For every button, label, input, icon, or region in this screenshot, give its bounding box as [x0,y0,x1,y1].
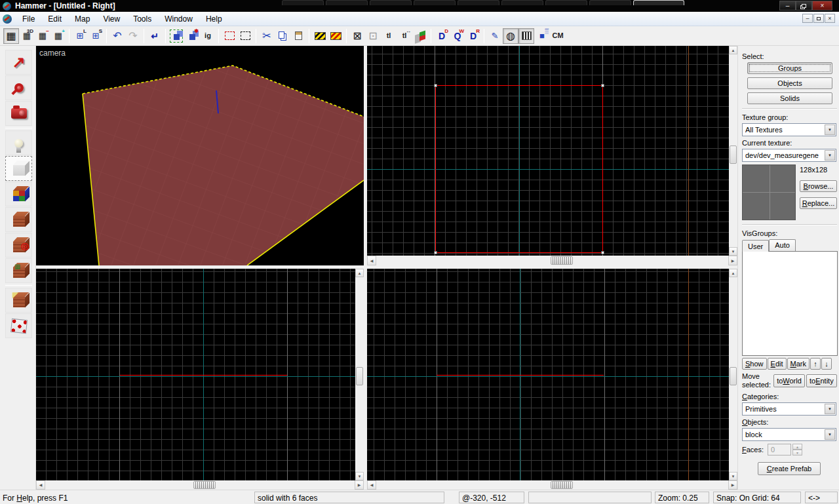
mark-button[interactable]: Mark [787,358,810,370]
vertical-scrollbar[interactable]: ▲ ▼ [729,46,737,256]
tab-auto[interactable]: Auto [769,239,796,251]
apply-texture-tool-button[interactable] [5,207,32,232]
horizontal-scrollbar[interactable]: ◀ ▶ [367,480,737,490]
toggle-models-button[interactable]: ◍ [503,28,518,44]
model-fade-button[interactable]: ■ ▒ [534,28,550,44]
move-down-button[interactable]: ↓ [821,358,832,370]
scroll-down-button[interactable]: ▼ [355,472,364,480]
toggle-grid-button[interactable]: ▦ [3,28,19,44]
hide-selected-button[interactable] [222,28,237,44]
ignore-groups-button[interactable]: ig [200,28,216,44]
objects-combobox[interactable]: block ▼ [742,428,836,441]
texture-group-combobox[interactable]: All Textures ▼ [742,123,836,136]
vertical-scrollbar[interactable]: ▲ ▼ [729,269,737,480]
horizontal-scrollbar[interactable]: ◀ ▶ [367,256,737,265]
visgroups-list[interactable] [742,251,838,356]
current-texture-combobox[interactable]: dev/dev_measuregene ▼ [742,149,836,162]
undo-button[interactable]: ↶ [109,28,125,44]
faces-spin-down-button[interactable]: ▼ [792,450,802,456]
to-entity-button[interactable]: toEntity [806,374,837,387]
cm-button[interactable]: CM [550,28,566,44]
load-window-state-button[interactable]: ⊞ L [72,28,88,44]
qw-toggle-button[interactable]: Q W [450,28,465,44]
scroll-right-button[interactable]: ▶ [728,256,737,265]
menu-tools[interactable]: Tools [127,12,158,26]
camera-tool-button[interactable] [5,101,32,126]
chevron-down-icon[interactable]: ▼ [825,150,835,161]
texture-lock-button[interactable]: tl [381,28,397,44]
minimize-button[interactable]: – [779,1,796,10]
grid-2d-front[interactable] [36,269,355,480]
vertex-tool-button[interactable] [5,313,32,338]
horizontal-scrollbar[interactable]: ◀ ▶ [36,480,364,490]
categories-combobox[interactable]: Primitives ▼ [742,402,836,416]
chevron-down-icon[interactable]: ▼ [825,125,835,135]
toggle-cordon-button[interactable] [328,28,343,44]
mdi-close-button[interactable]: × [825,14,835,23]
show-button[interactable]: Show [742,358,767,370]
viewport-2d-front[interactable]: ▲ ▼ ◀ ▶ [36,269,364,490]
restore-button[interactable] [796,1,812,10]
save-window-state-button[interactable]: ⊞ S [88,28,104,44]
create-prefab-button[interactable]: Create Prefab [758,462,821,475]
toggle-3d-grid-button[interactable]: ▦ 3D [19,28,35,44]
select-touching-button[interactable]: ⊠ [349,28,365,44]
menu-file[interactable]: File [16,12,41,26]
entity-tool-button[interactable] [5,130,32,155]
scroll-down-button[interactable]: ▼ [729,247,737,256]
select-objects-button[interactable]: Objects [747,77,832,89]
menu-help[interactable]: Help [199,12,229,26]
scroll-up-button[interactable]: ▲ [729,269,737,277]
block-tool-button[interactable] [5,156,32,181]
select-solids-button[interactable]: Solids [747,92,832,104]
viewport-2d-top[interactable]: ▲ ▼ ◀ ▶ [367,46,737,265]
smaller-grid-button[interactable]: ▦ − [35,28,50,44]
scroll-thumb[interactable] [193,481,216,489]
selected-brush-outline[interactable] [435,85,603,253]
go-to-brush-button[interactable]: ↵ [147,28,163,44]
resize-handle[interactable] [434,251,437,254]
menu-window[interactable]: Window [158,12,199,26]
tab-user[interactable]: User [742,240,769,252]
scroll-down-button[interactable]: ▼ [729,472,737,480]
larger-grid-button[interactable]: ▦ + [50,28,66,44]
menu-map[interactable]: Map [68,12,96,26]
displacement-mask-button[interactable] [518,28,534,44]
browse-button[interactable]: Browse... [800,180,837,192]
chevron-down-icon[interactable]: ▼ [825,404,835,414]
chevron-down-icon[interactable]: ▼ [825,429,835,440]
edit-button[interactable]: Edit [768,358,787,370]
scroll-thumb[interactable] [730,367,737,385]
grid-2d-top[interactable] [367,46,729,256]
scroll-up-button[interactable]: ▲ [729,46,737,54]
selected-brush-edge[interactable] [437,375,604,376]
scroll-left-button[interactable]: ◀ [367,480,376,490]
vertical-scrollbar[interactable]: ▲ ▼ [355,269,364,480]
scroll-up-button[interactable]: ▲ [355,269,364,277]
magnify-tool-button[interactable] [5,75,32,100]
scroll-thumb[interactable] [551,256,573,265]
select-groups-button[interactable]: Groups [747,62,832,74]
close-button[interactable]: × [812,1,832,10]
paste-button[interactable] [290,28,306,44]
menu-view[interactable]: View [96,12,127,26]
move-up-button[interactable]: ↑ [810,358,821,370]
replace-button[interactable]: Replace... [800,197,837,209]
faces-input[interactable]: 0 [768,444,791,456]
selection-tool-button[interactable]: ↗ [5,50,32,75]
viewport-3d-camera[interactable]: camera [36,46,364,265]
viewport-2d-side[interactable]: ▲ ▼ ◀ ▶ [367,269,737,490]
clipping-tool-button[interactable]: ◤ [5,288,32,313]
scroll-left-button[interactable]: ◀ [367,256,376,265]
grid-2d-side[interactable] [367,269,729,480]
ungroup-button[interactable]: ✱ [184,28,200,44]
redo-button[interactable]: ↷ [125,28,141,44]
mdi-minimize-button[interactable]: – [802,14,813,23]
selected-brush-edge[interactable] [120,375,287,376]
menu-edit[interactable]: Edit [41,12,68,26]
scroll-thumb[interactable] [730,145,737,164]
texture-scale-lock-button[interactable]: tl ↔ [397,28,412,44]
scroll-right-button[interactable]: ▶ [728,480,737,490]
scroll-thumb[interactable] [551,481,573,489]
faces-spin-up-button[interactable]: ▲ [792,444,802,450]
